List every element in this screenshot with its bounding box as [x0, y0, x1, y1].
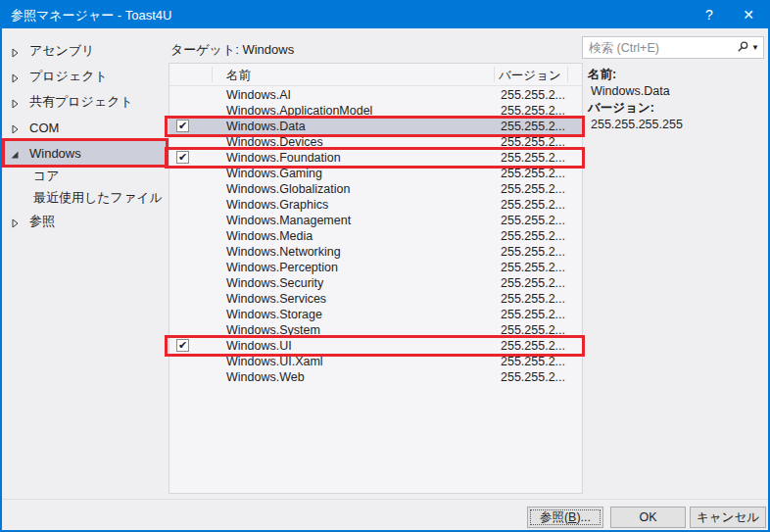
- row-version: 255.255.2...: [501, 181, 565, 197]
- table-row[interactable]: Windows.Perception255.255.2...: [169, 260, 582, 275]
- table-row[interactable]: Windows.Media255.255.2...: [169, 228, 582, 244]
- sidebar-subitem-最近使用したファイル[interactable]: 最近使用したファイル: [2, 187, 168, 209]
- title-bar-buttons: ? ✕: [690, 2, 768, 28]
- row-name: Windows.AI: [226, 87, 291, 103]
- collapsed-triangle-icon[interactable]: [10, 72, 20, 81]
- footer-divider: [2, 499, 768, 500]
- assemblies-table: 名前 バージョン Windows.AI255.255.2...Windows.A…: [168, 63, 583, 494]
- table-row[interactable]: Windows.Devices255.255.2...: [169, 134, 582, 150]
- search-dropdown-icon[interactable]: ▼: [751, 43, 759, 53]
- row-name: Windows.Management: [226, 213, 351, 228]
- table-header: 名前 バージョン: [169, 64, 582, 86]
- row-name: Windows.Globalization: [226, 181, 350, 197]
- sidebar-item-label: 共有プロジェクト: [29, 93, 133, 111]
- table-row[interactable]: Windows.Networking255.255.2...: [169, 244, 582, 260]
- details-panel: 名前: Windows.Data バージョン: 255.255.255.255: [588, 67, 766, 133]
- category-sidebar: アセンブリプロジェクト共有プロジェクトCOMWindowsコア最近使用したファイ…: [2, 28, 168, 495]
- table-row[interactable]: Windows.Services255.255.2...: [169, 291, 582, 307]
- window-title: 参照マネージャー - Toast4U: [11, 7, 171, 24]
- row-name: Windows.Storage: [226, 307, 322, 322]
- row-checkbox[interactable]: ✔: [176, 120, 189, 132]
- sidebar-item-label: アセンブリ: [29, 42, 95, 60]
- row-name: Windows.Security: [226, 275, 323, 291]
- details-version-value: 255.255.255.255: [588, 117, 766, 133]
- table-row[interactable]: Windows.ApplicationModel255.255.2...: [169, 103, 582, 119]
- table-row[interactable]: ✔Windows.Data255.255.2...: [169, 119, 582, 134]
- row-version: 255.255.2...: [501, 354, 565, 369]
- search-input[interactable]: [587, 38, 724, 57]
- row-name: Windows.Data: [226, 119, 306, 134]
- row-version: 255.255.2...: [501, 338, 565, 354]
- sidebar-item-label: 参照: [29, 213, 55, 230]
- sidebar-item-プロジェクト[interactable]: プロジェクト: [2, 64, 168, 89]
- table-row[interactable]: ✔Windows.UI255.255.2...: [169, 338, 582, 354]
- row-version: 255.255.2...: [501, 166, 565, 181]
- row-name: Windows.ApplicationModel: [226, 103, 372, 119]
- column-header-name[interactable]: 名前: [226, 68, 251, 84]
- row-version: 255.255.2...: [501, 322, 565, 338]
- collapsed-triangle-icon[interactable]: [10, 97, 20, 107]
- search-icon[interactable]: [737, 40, 749, 56]
- search-box[interactable]: ▼: [582, 36, 764, 59]
- row-version: 255.255.2...: [501, 291, 565, 307]
- row-version: 255.255.2...: [501, 119, 565, 134]
- collapsed-triangle-icon[interactable]: [10, 122, 20, 132]
- row-version: 255.255.2...: [501, 228, 565, 244]
- row-checkbox[interactable]: ✔: [176, 339, 189, 352]
- header-separator: [494, 67, 495, 82]
- collapsed-triangle-icon[interactable]: [10, 46, 20, 56]
- sidebar-item-アセンブリ[interactable]: アセンブリ: [2, 38, 168, 64]
- details-name-label: 名前:: [588, 67, 766, 83]
- details-name-value: Windows.Data: [588, 83, 766, 100]
- table-row[interactable]: Windows.Security255.255.2...: [169, 275, 582, 291]
- expanded-triangle-icon[interactable]: [10, 148, 20, 158]
- table-row[interactable]: Windows.AI255.255.2...: [169, 87, 582, 103]
- row-version: 255.255.2...: [501, 369, 565, 385]
- table-row[interactable]: Windows.Gaming255.255.2...: [169, 166, 582, 181]
- header-separator: [567, 67, 568, 82]
- search-icons: ▼: [737, 40, 759, 56]
- header-separator: [212, 67, 213, 82]
- row-version: 255.255.2...: [501, 103, 565, 119]
- row-version: 255.255.2...: [501, 213, 565, 228]
- row-name: Windows.Foundation: [226, 150, 341, 166]
- row-version: 255.255.2...: [501, 260, 565, 275]
- table-rows: Windows.AI255.255.2...Windows.Applicatio…: [169, 87, 582, 385]
- table-row[interactable]: Windows.Graphics255.255.2...: [169, 197, 582, 213]
- table-row[interactable]: Windows.UI.Xaml255.255.2...: [169, 354, 582, 369]
- sidebar-item-COM[interactable]: COM: [2, 115, 168, 140]
- row-version: 255.255.2...: [501, 244, 565, 260]
- help-button[interactable]: ?: [690, 2, 729, 28]
- close-button[interactable]: ✕: [729, 2, 768, 28]
- sidebar-subitem-コア[interactable]: コア: [2, 166, 168, 187]
- row-name: Windows.Media: [226, 228, 313, 244]
- row-checkbox[interactable]: ✔: [176, 151, 189, 164]
- row-name: Windows.Services: [226, 291, 326, 307]
- table-row[interactable]: ✔Windows.Foundation255.255.2...: [169, 150, 582, 166]
- row-name: Windows.Networking: [226, 244, 341, 260]
- table-row[interactable]: Windows.System255.255.2...: [169, 322, 582, 338]
- row-name: Windows.Devices: [226, 134, 323, 150]
- sidebar-item-参照[interactable]: 参照: [2, 209, 168, 234]
- row-name: Windows.Gaming: [226, 166, 322, 181]
- row-version: 255.255.2...: [501, 307, 565, 322]
- reference-manager-dialog: 参照マネージャー - Toast4U ? ✕ アセンブリプロジェクト共有プロジェ…: [0, 0, 770, 532]
- title-bar[interactable]: 参照マネージャー - Toast4U ? ✕: [2, 2, 768, 28]
- row-name: Windows.UI.Xaml: [226, 354, 323, 369]
- collapsed-triangle-icon[interactable]: [10, 217, 20, 226]
- sidebar-item-label: Windows: [29, 146, 81, 161]
- table-row[interactable]: Windows.Management255.255.2...: [169, 213, 582, 228]
- sidebar-item-Windows[interactable]: Windows: [2, 140, 168, 166]
- column-header-version[interactable]: バージョン: [499, 68, 561, 84]
- table-row[interactable]: Windows.Storage255.255.2...: [169, 307, 582, 322]
- table-row[interactable]: Windows.Web255.255.2...: [169, 369, 582, 385]
- row-version: 255.255.2...: [501, 197, 565, 213]
- browse-button[interactable]: 参照(B)...: [527, 507, 603, 528]
- row-name: Windows.System: [226, 322, 320, 338]
- table-row[interactable]: Windows.Globalization255.255.2...: [169, 181, 582, 197]
- ok-button[interactable]: OK: [610, 507, 686, 528]
- cancel-button[interactable]: キャンセル: [690, 507, 766, 528]
- row-name: Windows.Web: [226, 369, 305, 385]
- sidebar-item-共有プロジェクト[interactable]: 共有プロジェクト: [2, 89, 168, 115]
- row-version: 255.255.2...: [501, 87, 565, 103]
